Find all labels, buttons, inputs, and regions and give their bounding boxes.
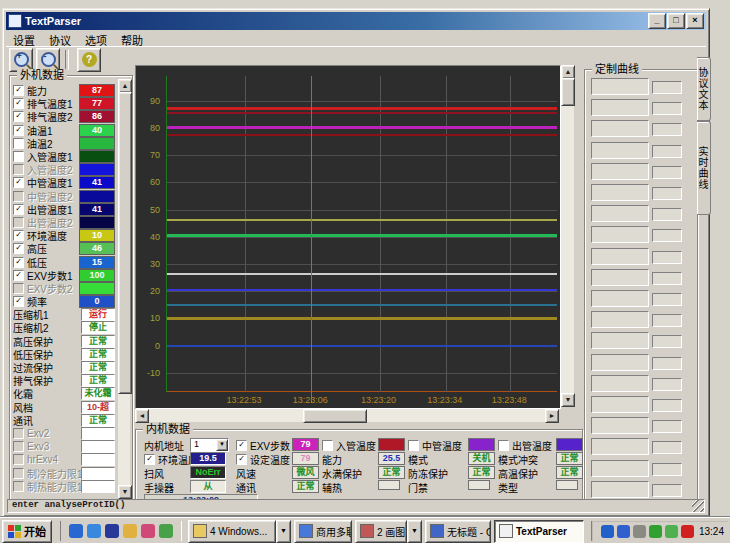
resize-grip[interactable] (692, 500, 704, 512)
curve-name-field[interactable] (591, 417, 649, 434)
checkbox[interactable]: ✓ (13, 125, 24, 136)
checkbox[interactable] (498, 440, 509, 451)
scroll-right-icon[interactable]: ► (545, 409, 559, 423)
menu-item-3[interactable]: 帮助 (114, 31, 150, 46)
zoom-in-button[interactable]: + (9, 48, 33, 72)
curve-name-field[interactable] (591, 332, 649, 349)
curve-value-field[interactable] (652, 102, 682, 115)
task-button-3[interactable]: 无标题 - C... (425, 520, 491, 543)
task-button-2[interactable]: 2 画图 (355, 520, 407, 543)
curve-name-field[interactable] (591, 290, 649, 307)
close-button[interactable]: × (686, 13, 704, 29)
checkbox[interactable]: ✓ (13, 257, 24, 268)
chevron-down-icon[interactable]: ▼ (216, 439, 228, 451)
curve-name-field[interactable] (591, 311, 649, 328)
menu-item-0[interactable]: 设置 (6, 31, 42, 46)
chevron-down-icon[interactable]: ▼ (276, 520, 291, 543)
chart-vertical-scrollbar[interactable]: ▲ ▼ (561, 65, 574, 407)
notes-icon[interactable] (123, 524, 137, 538)
curve-value-field[interactable] (652, 357, 682, 370)
checkbox[interactable] (13, 283, 24, 294)
menu-item-1[interactable]: 协议 (42, 31, 78, 46)
checkbox[interactable] (13, 454, 24, 465)
curve-value-field[interactable] (652, 123, 682, 136)
curve-name-field[interactable] (591, 269, 649, 286)
zoom-out-button[interactable]: - (36, 48, 60, 72)
curve-value-field[interactable] (652, 463, 682, 476)
curve-name-field[interactable] (591, 142, 649, 159)
curve-name-field[interactable] (591, 354, 649, 371)
curve-value-field[interactable] (652, 420, 682, 433)
scroll-up-icon[interactable]: ▲ (561, 65, 575, 79)
checkbox[interactable] (13, 468, 24, 479)
curve-name-field[interactable] (591, 396, 649, 413)
scroll-down-icon[interactable]: ▼ (561, 393, 575, 407)
checkbox[interactable]: ✓ (13, 296, 24, 307)
scroll-down-icon[interactable]: ▼ (118, 485, 132, 499)
browser-icon[interactable] (87, 524, 101, 538)
pin-icon[interactable] (141, 524, 155, 538)
curve-name-field[interactable] (591, 248, 649, 265)
curve-name-field[interactable] (591, 481, 649, 498)
checkbox[interactable] (322, 440, 333, 451)
checkbox[interactable]: ✓ (13, 204, 24, 215)
curve-name-field[interactable] (591, 99, 649, 116)
checkbox[interactable]: ✓ (236, 454, 247, 465)
curve-value-field[interactable] (652, 441, 682, 454)
checkbox[interactable]: ✓ (144, 454, 155, 465)
messenger-icon[interactable] (617, 525, 630, 538)
scrollbar-thumb[interactable] (118, 92, 132, 394)
curve-value-field[interactable] (652, 314, 682, 327)
tab-realtime-curves[interactable]: 实时曲线 (697, 121, 711, 215)
green-app-icon[interactable] (649, 525, 662, 538)
update-arrows-icon[interactable] (633, 525, 646, 538)
scrollbar-thumb[interactable] (303, 409, 367, 423)
task-button-1[interactable]: 商用多联第... (294, 520, 352, 543)
checkbox[interactable] (408, 440, 419, 451)
curve-value-field[interactable] (652, 145, 682, 158)
curve-value-field[interactable] (652, 251, 682, 264)
menu-item-2[interactable]: 选项 (78, 31, 114, 46)
scroll-left-icon[interactable]: ◄ (135, 409, 149, 423)
curve-value-field[interactable] (652, 335, 682, 348)
curve-value-field[interactable] (652, 208, 682, 221)
checkbox[interactable]: ✓ (13, 270, 24, 281)
curve-value-field[interactable] (652, 229, 682, 242)
minimize-button[interactable]: _ (648, 13, 666, 29)
plot-area[interactable] (166, 76, 557, 392)
sidebar-scrollbar[interactable]: ▲ ▼ (118, 79, 130, 499)
media-player-icon[interactable] (105, 524, 119, 538)
checkbox[interactable] (13, 138, 24, 149)
checkbox[interactable]: ✓ (13, 85, 24, 96)
tab-protocol-text[interactable]: 协议文本 (697, 57, 711, 121)
curve-name-field[interactable] (591, 205, 649, 222)
checkbox[interactable] (13, 428, 24, 439)
start-button[interactable]: 开始 (2, 520, 52, 543)
checkbox[interactable] (13, 441, 24, 452)
chevron-down-icon[interactable]: ▼ (407, 520, 422, 543)
mail-icon[interactable] (159, 524, 173, 538)
checkbox[interactable] (13, 481, 24, 492)
curve-value-field[interactable] (652, 187, 682, 200)
checkbox[interactable]: ✓ (13, 243, 24, 254)
curve-name-field[interactable] (591, 163, 649, 180)
curve-name-field[interactable] (591, 78, 649, 95)
green-app2-icon[interactable] (665, 525, 678, 538)
curve-name-field[interactable] (591, 375, 649, 392)
thunder-icon[interactable] (681, 525, 694, 538)
checkbox[interactable]: ✓ (13, 177, 24, 188)
curve-value-field[interactable] (652, 166, 682, 179)
curve-name-field[interactable] (591, 438, 649, 455)
curve-name-field[interactable] (591, 184, 649, 201)
checkbox[interactable] (13, 217, 24, 228)
curve-value-field[interactable] (652, 378, 682, 391)
checkbox[interactable] (13, 151, 24, 162)
curve-name-field[interactable] (591, 460, 649, 477)
curve-value-field[interactable] (652, 272, 682, 285)
task-button-4[interactable]: TextParser (494, 520, 584, 543)
curve-value-field[interactable] (652, 399, 682, 412)
checkbox[interactable] (13, 191, 24, 202)
indoor-address-select[interactable]: 1▼ (190, 438, 229, 452)
window-titlebar[interactable]: TextParser _ □ × (6, 12, 706, 30)
checkbox[interactable]: ✓ (236, 440, 247, 451)
